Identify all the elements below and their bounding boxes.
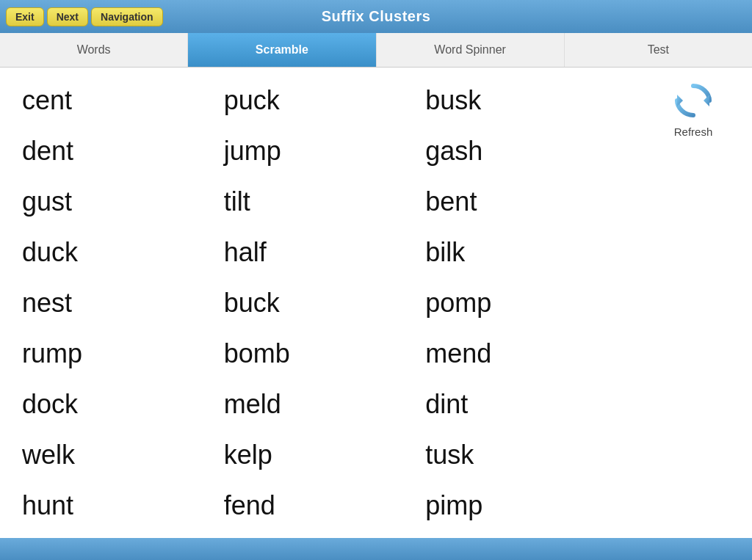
next-button[interactable]: Next xyxy=(47,7,88,26)
word-cell: dint xyxy=(418,379,620,429)
header-title: Suffix Clusters xyxy=(322,8,431,25)
word-cell: gash xyxy=(418,126,620,176)
refresh-area: Refresh xyxy=(634,68,752,538)
tab-test[interactable]: Test xyxy=(565,33,752,67)
content: centpuckbuskdentjumpgashgusttiltbentduck… xyxy=(0,68,752,538)
tab-words[interactable]: Words xyxy=(0,33,188,67)
word-cell: kelp xyxy=(217,429,419,480)
word-cell: tusk xyxy=(418,429,620,480)
word-cell: half xyxy=(217,227,419,277)
word-cell: nest xyxy=(15,277,217,328)
word-cell: buck xyxy=(217,277,419,328)
word-cell: busk xyxy=(418,75,620,126)
word-cell: fend xyxy=(217,480,419,531)
word-cell: tilt xyxy=(217,176,419,227)
word-cell: bomb xyxy=(217,328,419,379)
word-cell: welk xyxy=(15,429,217,480)
word-cell: mend xyxy=(418,328,620,379)
navigation-button[interactable]: Navigation xyxy=(91,7,163,26)
exit-button[interactable]: Exit xyxy=(6,7,44,26)
word-cell: dent xyxy=(15,126,217,176)
word-cell: hunt xyxy=(15,480,217,531)
words-grid: centpuckbuskdentjumpgashgusttiltbentduck… xyxy=(0,68,634,538)
word-cell: duck xyxy=(15,227,217,277)
word-cell: jump xyxy=(217,126,419,176)
word-cell: gust xyxy=(15,176,217,227)
word-cell: rump xyxy=(15,328,217,379)
refresh-button[interactable] xyxy=(671,79,715,123)
word-cell: meld xyxy=(217,379,419,429)
header-buttons: ExitNextNavigation xyxy=(6,7,163,26)
word-cell: cent xyxy=(15,75,217,126)
refresh-label: Refresh xyxy=(674,126,713,138)
word-cell: dock xyxy=(15,379,217,429)
word-cell: pimp xyxy=(418,480,620,531)
tab-scramble[interactable]: Scramble xyxy=(188,33,376,67)
tab-word-spinner[interactable]: Word Spinner xyxy=(377,33,565,67)
header: ExitNextNavigation Suffix Clusters xyxy=(0,0,752,33)
word-cell: bent xyxy=(418,176,620,227)
word-cell: pomp xyxy=(418,277,620,328)
footer xyxy=(0,538,752,560)
word-cell: puck xyxy=(217,75,419,126)
word-cell: bilk xyxy=(418,227,620,277)
tabs: WordsScrambleWord SpinnerTest xyxy=(0,33,752,68)
